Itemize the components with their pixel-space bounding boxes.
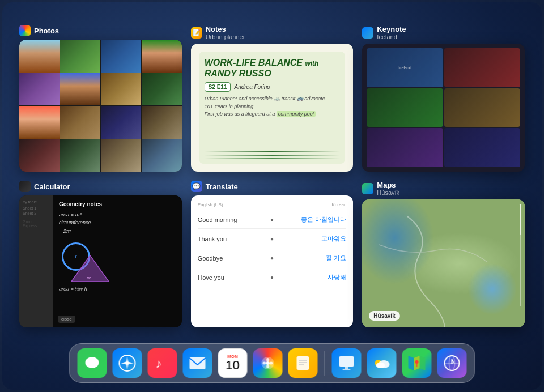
svg-point-13: [266, 361, 270, 365]
keynote-slide: [444, 48, 520, 87]
dock-maps-icon[interactable]: [402, 348, 432, 378]
photo-cell: [60, 139, 100, 172]
svg-rect-12: [190, 357, 206, 369]
dock-keynote-icon[interactable]: [332, 348, 362, 378]
dock-photos-icon[interactable]: [253, 348, 283, 378]
photos-header: Photos: [19, 25, 182, 36]
translate-source-4: I love you: [198, 274, 266, 281]
maps-header-text: Maps Húsavík: [377, 181, 400, 196]
svg-text:💬: 💬: [192, 182, 201, 190]
svg-point-14: [266, 358, 269, 361]
notes-card-col: 📝 Notes Urban planner WORK-LIFE BALANCE …: [191, 25, 354, 172]
translate-source-3: Goodbye: [198, 255, 266, 262]
svg-point-16: [263, 362, 266, 365]
photo-cell: [142, 73, 182, 106]
notes-card[interactable]: WORK-LIFE BALANCE with RANDY RUSSO S2 E1…: [191, 44, 354, 172]
calc-formula: area = πr² circumference = 2πr: [59, 211, 176, 235]
dock-messages-icon[interactable]: [78, 348, 107, 378]
calculator-app-icon: [19, 181, 31, 192]
translate-target-3: 잘 가요: [278, 254, 346, 262]
translate-arrow-icon: ●: [270, 255, 274, 261]
translate-arrow-icon: ●: [270, 236, 274, 242]
keynote-header-text: Keynote Iceland: [377, 25, 406, 40]
photo-cell: [19, 139, 60, 172]
svg-rect-18: [297, 356, 309, 370]
translate-target-2: 고마워요: [278, 235, 346, 243]
keynote-card-col: Keynote Iceland Iceland: [362, 25, 525, 172]
maps-app-icon: [362, 183, 373, 194]
svg-point-36: [451, 363, 453, 364]
card-row-top: Photos: [19, 25, 525, 172]
calculator-card-col: Calculator try table Sheet 1 Sheet 2 Gro…: [19, 181, 182, 327]
svg-point-3: [86, 357, 99, 368]
svg-rect-24: [343, 369, 351, 370]
dock-mail-icon[interactable]: [183, 348, 212, 378]
maps-subtitle: Húsavík: [377, 189, 400, 196]
calc-close-btn[interactable]: close: [58, 316, 75, 323]
notes-body: Urban Planner and accessible 🚲 transit 🚌…: [205, 95, 340, 118]
translate-row-4: I love you ● 사랑해: [198, 273, 347, 282]
translate-title: Translate: [206, 182, 238, 191]
calculator-title: Calculator: [34, 182, 70, 191]
map-scrollbar-thumb: [520, 204, 521, 235]
translate-target-1: 좋은 아침입니다: [278, 215, 346, 224]
photos-card[interactable]: [19, 40, 182, 172]
dock-world-clock-icon[interactable]: [437, 348, 467, 378]
photo-cell: [142, 106, 182, 139]
dock-calendar-icon[interactable]: MON 10: [218, 348, 248, 378]
notes-badge: S2 E11: [205, 82, 231, 92]
translate-source-1: Good morning: [198, 216, 266, 223]
translate-source-2: Thank you: [198, 236, 266, 242]
notes-header: 📝 Notes Urban planner: [191, 25, 354, 40]
notes-subtitle: Urban planner: [206, 33, 245, 40]
photo-cell: [60, 40, 100, 73]
keynote-app-icon: [362, 27, 373, 39]
translate-row-1: Good morning ● 좋은 아침입니다: [198, 215, 347, 229]
photos-card-col: Photos: [19, 25, 182, 172]
notes-headline: WORK-LIFE BALANCE with RANDY RUSSO: [205, 57, 340, 79]
app-switcher: Photos: [19, 25, 525, 327]
keynote-slide: [444, 128, 520, 167]
photo-cell: [19, 40, 60, 73]
maps-title: Maps: [377, 181, 400, 189]
screen: Photos: [2, 2, 542, 390]
calculator-header: Calculator: [19, 181, 182, 192]
keynote-slide: [367, 128, 443, 167]
dock-weather-icon[interactable]: [367, 348, 397, 378]
photo-cell: [142, 40, 182, 73]
photo-cell: [142, 139, 182, 172]
maps-header: Maps Húsavík: [362, 181, 525, 196]
keynote-card[interactable]: Iceland: [362, 44, 525, 172]
dock-music-icon[interactable]: ♪: [148, 348, 177, 378]
translate-app-icon: 💬: [191, 181, 202, 192]
notes-author: Andrea Forino: [234, 84, 270, 90]
svg-rect-22: [339, 356, 354, 367]
map-roads-svg: [362, 199, 525, 327]
calc-main: Geometry notes area = πr² circumference …: [53, 195, 182, 327]
svg-text:♪: ♪: [156, 356, 162, 370]
keynote-slide: Iceland: [367, 48, 443, 87]
svg-text:w: w: [87, 275, 91, 280]
translate-lang-header: English (US) Korean: [198, 202, 347, 207]
calculator-card[interactable]: try table Sheet 1 Sheet 2 GroupExpress..…: [19, 195, 182, 327]
translate-card[interactable]: English (US) Korean Good morning ● 좋은 아침…: [191, 195, 354, 327]
photos-app-icon: [19, 25, 31, 36]
svg-point-27: [376, 363, 385, 368]
card-row-bottom: Calculator try table Sheet 1 Sheet 2 Gro…: [19, 181, 525, 327]
photo-cell: [19, 73, 60, 106]
notes-app-icon: 📝: [191, 27, 202, 39]
translate-row-2: Thank you ● 고마워요: [198, 235, 347, 248]
calc-sidebar: try table Sheet 1 Sheet 2 GroupExpress..…: [19, 195, 53, 327]
dock-safari-icon[interactable]: [113, 348, 142, 378]
dock-notes-icon[interactable]: [288, 348, 318, 378]
translate-header-text: Translate: [206, 182, 238, 191]
maps-card[interactable]: Húsavík: [362, 199, 525, 327]
notes-title: Notes: [206, 25, 245, 33]
photo-cell: [101, 40, 141, 73]
photo-cell: [101, 73, 141, 106]
photo-cell: [101, 139, 141, 172]
dock-separator: [325, 351, 325, 376]
svg-point-15: [266, 365, 269, 368]
triangle-diagram: w: [70, 254, 110, 285]
svg-point-30: [415, 360, 419, 364]
